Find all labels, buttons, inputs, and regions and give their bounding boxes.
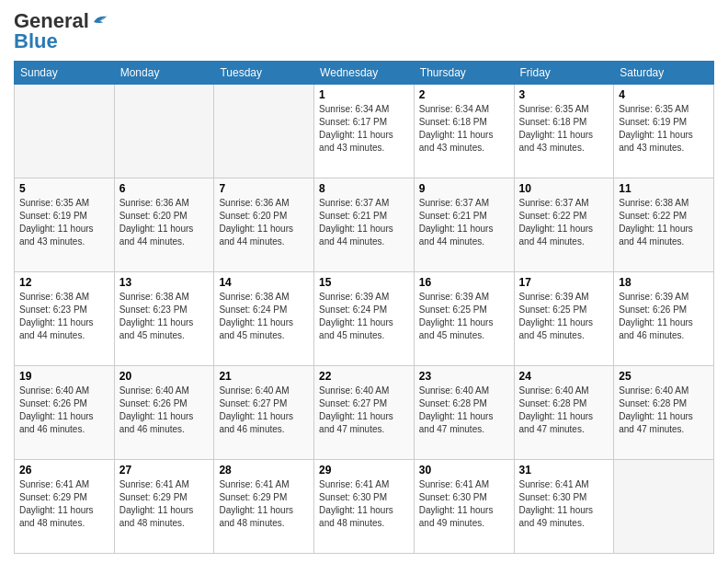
day-info: Sunrise: 6:38 AM Sunset: 6:23 PM Dayligh…: [119, 291, 210, 342]
calendar-cell: [114, 85, 214, 178]
day-number: 16: [419, 276, 509, 289]
day-number: 30: [419, 464, 509, 477]
day-number: 14: [219, 276, 309, 289]
day-info: Sunrise: 6:35 AM Sunset: 6:18 PM Dayligh…: [519, 103, 609, 155]
header: General Blue: [14, 9, 714, 53]
day-info: Sunrise: 6:40 AM Sunset: 6:28 PM Dayligh…: [619, 385, 709, 436]
day-info: Sunrise: 6:36 AM Sunset: 6:20 PM Dayligh…: [119, 197, 210, 248]
day-info: Sunrise: 6:39 AM Sunset: 6:26 PM Dayligh…: [619, 291, 709, 342]
calendar-cell: 11Sunrise: 6:38 AM Sunset: 6:22 PM Dayli…: [614, 178, 714, 272]
day-info: Sunrise: 6:41 AM Sunset: 6:29 PM Dayligh…: [19, 478, 109, 530]
day-number: 3: [519, 88, 609, 101]
day-info: Sunrise: 6:41 AM Sunset: 6:30 PM Dayligh…: [419, 478, 509, 530]
day-number: 28: [219, 464, 309, 477]
day-info: Sunrise: 6:38 AM Sunset: 6:24 PM Dayligh…: [219, 291, 309, 342]
calendar-cell: 8Sunrise: 6:37 AM Sunset: 6:21 PM Daylig…: [314, 178, 415, 272]
calendar-week-row-0: 1Sunrise: 6:34 AM Sunset: 6:17 PM Daylig…: [15, 85, 714, 178]
day-number: 22: [319, 370, 409, 383]
day-number: 13: [119, 276, 210, 289]
day-info: Sunrise: 6:34 AM Sunset: 6:18 PM Dayligh…: [419, 103, 509, 155]
calendar-cell: 9Sunrise: 6:37 AM Sunset: 6:21 PM Daylig…: [414, 178, 514, 272]
day-number: 9: [419, 182, 509, 195]
calendar-cell: [614, 460, 714, 554]
calendar-cell: 21Sunrise: 6:40 AM Sunset: 6:27 PM Dayli…: [214, 366, 314, 460]
day-info: Sunrise: 6:40 AM Sunset: 6:27 PM Dayligh…: [219, 385, 309, 436]
calendar-cell: 5Sunrise: 6:35 AM Sunset: 6:19 PM Daylig…: [15, 178, 115, 272]
day-number: 7: [219, 182, 309, 195]
calendar-week-row-1: 5Sunrise: 6:35 AM Sunset: 6:19 PM Daylig…: [15, 178, 714, 272]
day-number: 26: [19, 464, 109, 477]
day-info: Sunrise: 6:40 AM Sunset: 6:27 PM Dayligh…: [319, 385, 409, 436]
day-info: Sunrise: 6:40 AM Sunset: 6:26 PM Dayligh…: [119, 385, 210, 436]
calendar-cell: 12Sunrise: 6:38 AM Sunset: 6:23 PM Dayli…: [15, 272, 115, 366]
day-number: 11: [619, 182, 709, 195]
day-info: Sunrise: 6:41 AM Sunset: 6:29 PM Dayligh…: [119, 478, 210, 530]
calendar-cell: 16Sunrise: 6:39 AM Sunset: 6:25 PM Dayli…: [414, 272, 514, 366]
day-info: Sunrise: 6:40 AM Sunset: 6:28 PM Dayligh…: [419, 385, 509, 436]
calendar-cell: 27Sunrise: 6:41 AM Sunset: 6:29 PM Dayli…: [114, 460, 214, 554]
day-info: Sunrise: 6:39 AM Sunset: 6:24 PM Dayligh…: [319, 291, 409, 342]
calendar-cell: 23Sunrise: 6:40 AM Sunset: 6:28 PM Dayli…: [414, 366, 514, 460]
day-info: Sunrise: 6:37 AM Sunset: 6:22 PM Dayligh…: [519, 197, 609, 248]
day-info: Sunrise: 6:35 AM Sunset: 6:19 PM Dayligh…: [619, 103, 709, 155]
day-info: Sunrise: 6:35 AM Sunset: 6:19 PM Dayligh…: [19, 197, 109, 248]
day-number: 25: [619, 370, 709, 383]
day-info: Sunrise: 6:37 AM Sunset: 6:21 PM Dayligh…: [419, 197, 509, 248]
calendar-cell: 6Sunrise: 6:36 AM Sunset: 6:20 PM Daylig…: [114, 178, 214, 272]
calendar-cell: 31Sunrise: 6:41 AM Sunset: 6:30 PM Dayli…: [514, 460, 614, 554]
calendar-week-row-2: 12Sunrise: 6:38 AM Sunset: 6:23 PM Dayli…: [15, 272, 714, 366]
day-number: 6: [119, 182, 210, 195]
day-info: Sunrise: 6:41 AM Sunset: 6:30 PM Dayligh…: [519, 478, 609, 530]
day-number: 27: [119, 464, 210, 477]
day-info: Sunrise: 6:38 AM Sunset: 6:22 PM Dayligh…: [619, 197, 709, 248]
day-number: 10: [519, 182, 609, 195]
calendar-week-row-3: 19Sunrise: 6:40 AM Sunset: 6:26 PM Dayli…: [15, 366, 714, 460]
calendar-cell: 3Sunrise: 6:35 AM Sunset: 6:18 PM Daylig…: [514, 85, 614, 178]
calendar-cell: 7Sunrise: 6:36 AM Sunset: 6:20 PM Daylig…: [214, 178, 314, 272]
page: General Blue SundayMondayTuesdayWednesda…: [0, 0, 728, 563]
calendar-cell: 20Sunrise: 6:40 AM Sunset: 6:26 PM Dayli…: [114, 366, 214, 460]
day-number: 5: [19, 182, 109, 195]
calendar-cell: 15Sunrise: 6:39 AM Sunset: 6:24 PM Dayli…: [314, 272, 415, 366]
calendar-header-wednesday: Wednesday: [314, 62, 415, 85]
day-number: 8: [319, 182, 409, 195]
day-number: 23: [419, 370, 509, 383]
calendar-cell: 17Sunrise: 6:39 AM Sunset: 6:25 PM Dayli…: [514, 272, 614, 366]
day-info: Sunrise: 6:39 AM Sunset: 6:25 PM Dayligh…: [419, 291, 509, 342]
calendar-cell: [15, 85, 115, 178]
day-number: 29: [319, 464, 409, 477]
day-info: Sunrise: 6:34 AM Sunset: 6:17 PM Dayligh…: [319, 103, 409, 155]
calendar-cell: 22Sunrise: 6:40 AM Sunset: 6:27 PM Dayli…: [314, 366, 415, 460]
day-info: Sunrise: 6:40 AM Sunset: 6:28 PM Dayligh…: [519, 385, 609, 436]
day-number: 20: [119, 370, 210, 383]
day-number: 12: [19, 276, 109, 289]
logo: General Blue: [14, 9, 108, 53]
calendar-header-tuesday: Tuesday: [214, 62, 314, 85]
day-number: 2: [419, 88, 509, 101]
day-number: 15: [319, 276, 409, 289]
day-number: 18: [619, 276, 709, 289]
calendar-header-thursday: Thursday: [414, 62, 514, 85]
day-info: Sunrise: 6:38 AM Sunset: 6:23 PM Dayligh…: [19, 291, 109, 342]
day-number: 4: [619, 88, 709, 101]
calendar-cell: 30Sunrise: 6:41 AM Sunset: 6:30 PM Dayli…: [414, 460, 514, 554]
calendar-cell: 4Sunrise: 6:35 AM Sunset: 6:19 PM Daylig…: [614, 85, 714, 178]
day-number: 17: [519, 276, 609, 289]
calendar-header-saturday: Saturday: [614, 62, 714, 85]
calendar-header-friday: Friday: [514, 62, 614, 85]
calendar-cell: 24Sunrise: 6:40 AM Sunset: 6:28 PM Dayli…: [514, 366, 614, 460]
day-info: Sunrise: 6:40 AM Sunset: 6:26 PM Dayligh…: [19, 385, 109, 436]
calendar-cell: 10Sunrise: 6:37 AM Sunset: 6:22 PM Dayli…: [514, 178, 614, 272]
calendar-header-sunday: Sunday: [15, 62, 115, 85]
calendar-cell: 14Sunrise: 6:38 AM Sunset: 6:24 PM Dayli…: [214, 272, 314, 366]
day-info: Sunrise: 6:37 AM Sunset: 6:21 PM Dayligh…: [319, 197, 409, 248]
day-info: Sunrise: 6:41 AM Sunset: 6:29 PM Dayligh…: [219, 478, 309, 530]
day-info: Sunrise: 6:39 AM Sunset: 6:25 PM Dayligh…: [519, 291, 609, 342]
day-number: 21: [219, 370, 309, 383]
calendar-cell: 25Sunrise: 6:40 AM Sunset: 6:28 PM Dayli…: [614, 366, 714, 460]
calendar-header-monday: Monday: [114, 62, 214, 85]
calendar-cell: 13Sunrise: 6:38 AM Sunset: 6:23 PM Dayli…: [114, 272, 214, 366]
logo-bird-icon: [91, 11, 108, 28]
day-number: 31: [519, 464, 609, 477]
calendar-cell: 29Sunrise: 6:41 AM Sunset: 6:30 PM Dayli…: [314, 460, 415, 554]
